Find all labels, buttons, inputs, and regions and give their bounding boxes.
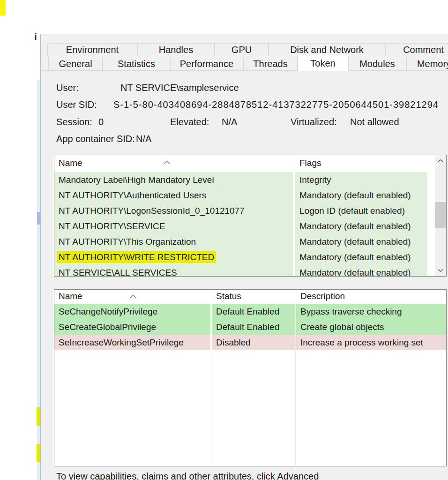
group-row[interactable]: NT AUTHORITY\Authenticated Users Mandato… [54,188,435,203]
tab-general[interactable]: General [48,57,103,71]
group-row[interactable]: NT SERVICE\ALL SERVICES Mandatory (defau… [54,265,435,277]
chevron-up-icon [438,159,443,162]
strip-highlight-mark-2 [37,444,40,462]
strip-highlight-mark-1 [37,407,40,426]
tab-pane-border [42,70,448,71]
tab-label: Modules [359,59,395,69]
tab-label: Statistics [118,59,155,69]
group-row[interactable]: NT AUTHORITY\SERVICE Mandatory (default … [54,218,435,234]
footer-note: To view capabilities, claims and other a… [56,471,319,480]
background-scrollbar-thumb [37,212,40,225]
virtualized-label: Virtualized: [291,117,337,128]
user-label: User: [56,82,79,93]
tab-disk-and-network[interactable]: Disk and Network [269,43,385,56]
tab-memory[interactable]: Memory [406,57,448,71]
groups-list-header: Name Flags [54,155,435,172]
scrollbar-thumb[interactable] [435,202,446,228]
tab-statistics[interactable]: Statistics [103,57,170,71]
privileges-list: Name Status Description SeChangeNotifyPr… [54,289,447,466]
groups-list: Name Flags Mandatory Label\High Mandator… [54,155,447,277]
group-flags: Integrity [295,172,427,188]
privilege-row[interactable]: SeCreateGlobalPrivilege Default Enabled … [54,319,446,335]
privilege-status: Disabled [212,335,295,350]
group-flags: Mandatory (default enabled) [295,265,427,277]
group-name: NT AUTHORITY\Authenticated Users [54,188,293,203]
tab-threads[interactable]: Threads [243,57,298,71]
privilege-description: Create global objects [296,319,446,335]
group-row[interactable]: Mandatory Label\High Mandatory Level Int… [54,172,435,188]
tab-comment[interactable]: Comment [385,43,448,56]
virtualized-value: Not allowed [350,117,399,128]
tab-label: Threads [253,59,287,69]
elevated-value: N/A [222,117,237,128]
sort-ascending-icon [129,291,137,301]
group-flags: Logon ID (default enabled) [295,203,427,218]
session-value: 0 [98,117,104,128]
scroll-up-button[interactable] [435,155,446,166]
group-flags: Mandatory (default enabled) [295,188,427,203]
privilege-name: SeChangeNotifyPrivilege [54,304,210,319]
tab-label: Handles [159,45,193,55]
sort-ascending-icon [163,157,171,167]
group-name: NT AUTHORITY\LogonSessionId_0_10121077 [54,203,293,218]
stray-glyph: i [34,31,37,42]
privilege-description: Bypass traverse checking [296,304,446,319]
column-header-flags[interactable]: Flags [299,158,321,168]
group-name: NT AUTHORITY\This Organization [54,234,293,249]
tab-performance[interactable]: Performance [170,57,243,71]
app-container-sid-value: N/A [136,134,151,144]
privilege-name: SeCreateGlobalPrivilege [54,319,210,335]
tab-handles[interactable]: Handles [137,43,215,56]
tab-label: Memory [417,59,448,69]
column-header-description[interactable]: Description [300,291,345,301]
group-flags: Mandatory (default enabled) [295,234,427,249]
user-sid-value: S-1-5-80-403408694-2884878512-4137322775… [113,99,439,110]
tab-label: Comment [403,45,444,55]
tab-token[interactable]: Token [298,55,348,71]
groups-vertical-scrollbar[interactable] [435,155,446,276]
annotation-highlight: NT AUTHORITY\WRITE RESTRICTED [57,251,216,263]
tab-label: General [59,59,92,69]
group-flags: Mandatory (default enabled) [295,249,427,265]
elevated-label: Elevated: [170,117,209,128]
group-row[interactable]: NT AUTHORITY\This Organization Mandatory… [54,234,435,249]
privilege-status: Default Enabled [212,304,295,319]
tab-label: Environment [66,45,119,55]
column-header-name[interactable]: Name [59,158,82,168]
group-name: NT SERVICE\ALL SERVICES [54,265,293,277]
tab-label: GPU [231,45,252,55]
group-name: NT AUTHORITY\SERVICE [54,218,293,234]
user-value: NT SERVICE\sampleservice [120,82,239,93]
header-column-separator [294,155,294,172]
group-name: NT AUTHORITY\WRITE RESTRICTED [54,249,293,265]
privilege-name: SeIncreaseWorkingSetPrivilege [54,335,210,350]
app-container-sid-label: App container SID: [56,134,135,144]
groups-rows: Mandatory Label\High Mandatory Level Int… [54,172,435,277]
column-header-name[interactable]: Name [59,291,82,301]
tab-label: Disk and Network [290,45,364,55]
privilege-status: Default Enabled [212,319,295,335]
tab-label: Token [310,58,335,69]
privilege-row[interactable]: SeChangeNotifyPrivilege Default Enabled … [54,304,446,319]
group-name: Mandatory Label\High Mandatory Level [54,172,293,188]
column-header-status[interactable]: Status [216,291,241,301]
user-sid-label: User SID: [56,99,97,110]
privileges-list-header: Name Status Description [54,290,446,304]
group-row[interactable]: NT AUTHORITY\LogonSessionId_0_10121077 L… [54,203,435,218]
group-flags: Mandatory (default enabled) [295,218,427,234]
group-row-highlighted[interactable]: NT AUTHORITY\WRITE RESTRICTED Mandatory … [54,249,435,265]
tab-label: Performance [180,59,234,69]
session-label: Session: [56,117,92,128]
privileges-rows: SeChangeNotifyPrivilege Default Enabled … [54,304,446,350]
privilege-row[interactable]: SeIncreaseWorkingSetPrivilege Disabled I… [54,335,446,350]
scroll-down-button[interactable] [435,265,446,276]
tab-modules[interactable]: Modules [348,57,406,71]
chevron-down-icon [438,269,443,272]
tab-environment[interactable]: Environment [47,43,137,56]
privilege-description: Increase a process working set [296,335,446,350]
corner-highlight-mark [0,0,6,15]
tab-gpu[interactable]: GPU [215,43,269,56]
